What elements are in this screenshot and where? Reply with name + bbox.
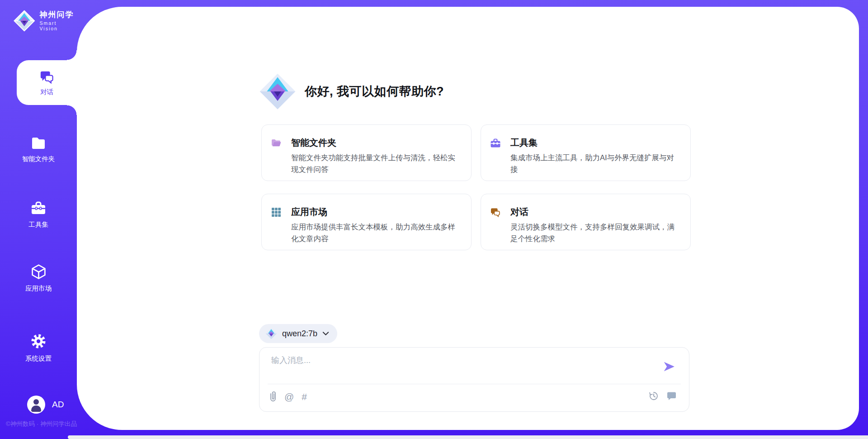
brand-name: 神州问学 (40, 10, 77, 19)
brand-subtitle: Smart Vision (40, 20, 77, 31)
sidebar: 神州问学 Smart Vision 对话 智能文件夹 工具集 (0, 0, 77, 439)
feature-cards: 智能文件夹 智能文件夹功能支持批量文件上传与清洗，轻松实现文件问答 工具集 集成… (261, 124, 691, 250)
send-icon (663, 360, 675, 373)
card-toolset[interactable]: 工具集 集成市场上主流工具，助力AI与外界无缝扩展与对接 (481, 124, 691, 181)
chat-bubble-icon (666, 391, 677, 401)
briefcase-icon (490, 138, 501, 148)
greeting: 你好, 我可以如何帮助你? (259, 72, 444, 110)
folder-open-icon (271, 138, 282, 148)
input-divider (268, 384, 681, 384)
card-title: 工具集 (510, 137, 538, 149)
paperclip-icon (269, 391, 277, 402)
briefcase-icon (30, 200, 47, 216)
sidebar-item-label: 系统设置 (25, 354, 52, 363)
gear-icon (29, 332, 47, 350)
card-description: 灵活切换多模型文件，支持多样回复效果调试，满足个性化需求 (510, 221, 679, 244)
hash-icon: # (302, 392, 307, 401)
user-profile[interactable]: AD (27, 396, 64, 414)
horizontal-scrollbar[interactable] (68, 435, 868, 439)
apps-grid-icon (271, 207, 282, 218)
send-button[interactable] (663, 360, 675, 373)
sidebar-item-settings[interactable]: 系统设置 (0, 332, 77, 363)
card-title: 智能文件夹 (291, 137, 336, 149)
chevron-down-icon (322, 331, 329, 336)
card-description: 集成市场上主流工具，助力AI与外界无缝扩展与对接 (510, 152, 679, 175)
feedback-chat-button[interactable] (666, 391, 677, 401)
model-selector[interactable]: qwen2:7b (259, 324, 337, 343)
sidebar-item-label: 应用市场 (25, 284, 52, 293)
message-input[interactable] (270, 354, 661, 381)
sidebar-item-chat[interactable]: 对话 (17, 60, 77, 105)
sidebar-item-label: 智能文件夹 (22, 155, 55, 163)
sidebar-item-toolset[interactable]: 工具集 (0, 200, 77, 229)
history-button[interactable] (648, 391, 659, 401)
mention-button[interactable]: @ (284, 392, 294, 401)
history-icon (648, 391, 659, 401)
card-smart-folder[interactable]: 智能文件夹 智能文件夹功能支持批量文件上传与清洗，轻松实现文件问答 (261, 124, 472, 181)
brand-diamond-icon (14, 10, 35, 32)
greeting-text: 你好, 我可以如何帮助你? (305, 83, 444, 100)
sidebar-item-label: 对话 (40, 88, 53, 96)
copyright-text: ©神州数码 · 神州问学出品 (6, 420, 105, 428)
attachment-button[interactable] (269, 391, 277, 402)
assistant-diamond-icon (259, 72, 297, 110)
model-diamond-icon (265, 328, 277, 339)
card-description: 智能文件夹功能支持批量文件上传与清洗，轻松实现文件问答 (291, 152, 460, 175)
model-name: qwen2:7b (282, 329, 317, 339)
card-title: 对话 (510, 206, 528, 218)
message-input-card: @ # (259, 347, 689, 412)
folder-icon (30, 135, 47, 151)
card-title: 应用市场 (291, 206, 327, 218)
user-name: AD (52, 400, 64, 410)
user-avatar (27, 396, 45, 414)
chat-bubbles-icon (490, 207, 501, 218)
avatar-head (33, 399, 39, 405)
cube-icon (30, 263, 47, 280)
sidebar-item-label: 工具集 (28, 220, 48, 229)
brand-logo: 神州问学 Smart Vision (14, 10, 77, 32)
card-app-market[interactable]: 应用市场 应用市场提供丰富长文本模板，助力高效生成多样化文章内容 (261, 194, 472, 250)
avatar-body (31, 406, 41, 412)
chat-bubbles-icon (39, 69, 55, 85)
sidebar-item-smart-folder[interactable]: 智能文件夹 (0, 135, 77, 163)
card-description: 应用市场提供丰富长文本模板，助力高效生成多样化文章内容 (291, 221, 460, 244)
at-icon: @ (284, 392, 294, 401)
hashtag-button[interactable]: # (302, 392, 307, 401)
card-chat[interactable]: 对话 灵活切换多模型文件，支持多样回复效果调试，满足个性化需求 (481, 194, 691, 250)
sidebar-item-app-market[interactable]: 应用市场 (0, 263, 77, 293)
